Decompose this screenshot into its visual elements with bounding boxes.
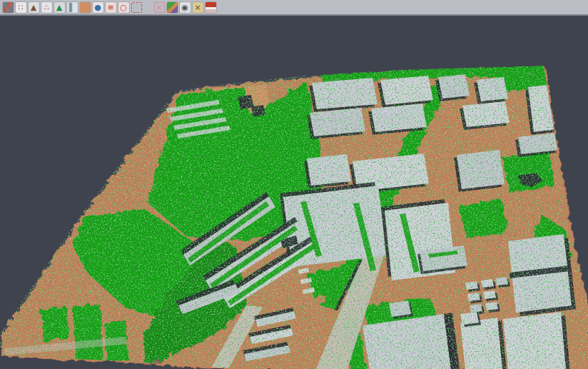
measure-box-icon-glyph: ×: [194, 2, 201, 13]
sample-points-icon[interactable]: ∴: [41, 2, 52, 13]
sample-points-icon-glyph: ∴: [44, 2, 49, 13]
classification-colors-icon[interactable]: [167, 2, 178, 13]
red-list-icon[interactable]: ≡: [106, 2, 116, 13]
terrain-green-icon[interactable]: ▲: [54, 2, 65, 13]
toolbar-group: ▞∷▲∴▲▌●≡○: [1, 2, 143, 13]
profile-icon-glyph: ▌: [69, 2, 75, 13]
viewport-3d[interactable]: [0, 0, 588, 369]
globe-icon[interactable]: ●: [93, 2, 103, 13]
terrain-brown-icon-glyph: ▲: [31, 2, 36, 13]
dark-sphere-icon-glyph: ◉: [181, 2, 188, 13]
dark-sphere-icon[interactable]: ◉: [180, 2, 191, 13]
toolbar: ▞∷▲∴▲▌●≡○×◉×: [0, 0, 588, 16]
red-circle-icon[interactable]: ○: [118, 2, 129, 13]
measure-box-icon[interactable]: ×: [193, 2, 203, 13]
points-stats-icon[interactable]: ∷: [16, 2, 26, 13]
project-icon[interactable]: ▞: [3, 2, 14, 13]
red-stripe-icon[interactable]: [206, 2, 216, 13]
profile-icon[interactable]: ▌: [67, 2, 78, 13]
terrain-brown-icon[interactable]: ▲: [29, 2, 39, 13]
red-list-icon-glyph: ≡: [107, 2, 113, 13]
project-icon-glyph: ▞: [5, 2, 11, 13]
ground-tile-icon[interactable]: [80, 2, 91, 13]
pink-select-icon-glyph: ×: [156, 2, 162, 13]
toolbar-group: ×◉×: [153, 2, 217, 13]
globe-icon-glyph: ●: [94, 2, 101, 13]
crop-brackets-icon[interactable]: [131, 2, 142, 13]
red-circle-icon-glyph: ○: [120, 2, 127, 13]
terrain-green-icon-glyph: ▲: [56, 2, 62, 13]
pink-select-icon[interactable]: ×: [154, 2, 165, 13]
points-stats-icon-glyph: ∷: [19, 2, 24, 13]
